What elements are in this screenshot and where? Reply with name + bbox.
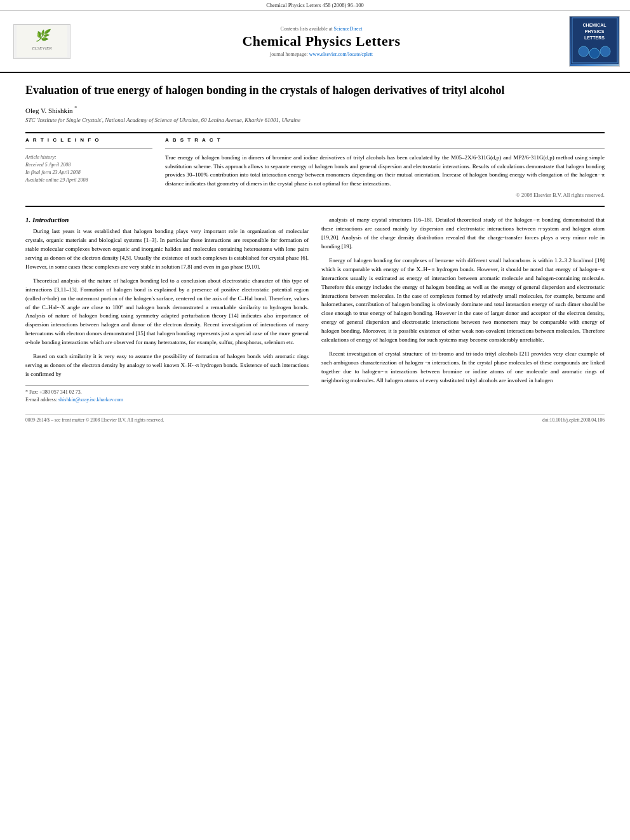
sd-prefix: Contents lists available at	[281, 26, 334, 32]
history-label: Article history:	[25, 154, 152, 161]
journal-thumbnail: CHEMICAL PHYSICS LETTERS	[569, 16, 620, 67]
affiliation: STC 'Institute for Single Crystals', Nat…	[25, 117, 605, 123]
footer-issn: 0009-2614/$ – see front matter © 2008 El…	[25, 417, 164, 423]
journal-title-row: 🌿 ELSEVIER Contents lists available at S…	[0, 11, 630, 72]
right-para3: Recent investigation of crystal structur…	[321, 350, 605, 385]
svg-text:PHYSICS: PHYSICS	[584, 29, 604, 34]
journal-homepage: journal homepage: www.elsevier.com/locat…	[86, 51, 556, 57]
article-info-block: Article history: Received 5 April 2008 I…	[25, 154, 152, 184]
journal-center: Contents lists available at ScienceDirec…	[86, 26, 556, 57]
footnote-email: E-mail address: shishkin@xray.isc.kharko…	[25, 396, 309, 404]
available-date: Available online 29 April 2008	[25, 177, 152, 184]
svg-text:ELSEVIER: ELSEVIER	[31, 46, 52, 51]
author-text: Oleg V. Shishkin	[25, 107, 72, 114]
elsevier-logo: 🌿 ELSEVIER	[10, 24, 74, 59]
elsevier-logo-image: 🌿 ELSEVIER	[13, 24, 70, 59]
email-link[interactable]: shishkin@xray.isc.kharkov.com	[58, 397, 123, 403]
journal-title: Chemical Physics Letters	[86, 33, 556, 50]
final-form-date: In final form 23 April 2008	[25, 169, 152, 177]
hp-prefix: journal homepage:	[270, 51, 309, 57]
header-divider	[25, 132, 605, 133]
received-date: Received 5 April 2008	[25, 161, 152, 169]
article-title: Evaluation of true energy of halogen bon…	[25, 83, 605, 98]
body-divider	[25, 206, 605, 207]
section1-para2: Theoretical analysis of the nature of ha…	[25, 277, 309, 348]
svg-text:LETTERS: LETTERS	[584, 36, 605, 40]
info-section: A R T I C L E I N F O Article history: R…	[25, 137, 605, 198]
sd-link[interactable]: ScienceDirect	[334, 26, 363, 32]
section1-para1: During last years it was established tha…	[25, 227, 309, 272]
author-sup: *	[74, 105, 77, 111]
body-right-col: analysis of many crystal structures [16–…	[321, 216, 605, 404]
hp-link[interactable]: www.elsevier.com/locate/cplett	[309, 51, 373, 57]
svg-point-9	[589, 48, 600, 58]
right-para1: analysis of many crystal structures [16–…	[321, 216, 605, 251]
info-divider	[25, 148, 152, 149]
journal-meta-text: Chemical Physics Letters 458 (2008) 96–1…	[266, 2, 364, 8]
article-info-label: A R T I C L E I N F O	[25, 137, 152, 143]
svg-point-10	[600, 46, 610, 57]
right-para2: Energy of halogen bonding for complexes …	[321, 257, 605, 345]
copyright-line: © 2008 Elsevier B.V. All rights reserved…	[165, 192, 605, 198]
body-columns: 1. Introduction During last years it was…	[25, 216, 605, 404]
abstract-col: A B S T R A C T True energy of halogen b…	[165, 137, 605, 198]
svg-text:CHEMICAL: CHEMICAL	[582, 23, 607, 27]
main-content: Evaluation of true energy of halogen bon…	[0, 73, 630, 436]
section1-heading: 1. Introduction	[25, 216, 309, 223]
abstract-text: True energy of halogen bonding in dimers…	[165, 154, 605, 188]
journal-header: Chemical Physics Letters 458 (2008) 96–1…	[0, 0, 630, 73]
page-footer: 0009-2614/$ – see front matter © 2008 El…	[25, 414, 605, 423]
footer-doi: doi:10.1016/j.cplett.2008.04.106	[542, 417, 605, 423]
abstract-divider	[165, 148, 605, 149]
body-left-col: 1. Introduction During last years it was…	[25, 216, 309, 404]
section1-para3: Based on such similarity it is very easy…	[25, 352, 309, 379]
footnote-fax: * Fax: +380 057 341 02 73.	[25, 389, 309, 396]
article-info-col: A R T I C L E I N F O Article history: R…	[25, 137, 152, 198]
footnotes: * Fax: +380 057 341 02 73. E-mail addres…	[25, 385, 309, 404]
science-direct-line: Contents lists available at ScienceDirec…	[86, 26, 556, 32]
journal-meta-line: Chemical Physics Letters 458 (2008) 96–1…	[0, 0, 630, 11]
abstract-label: A B S T R A C T	[165, 137, 605, 143]
svg-point-8	[579, 46, 589, 57]
author-name: Oleg V. Shishkin *	[25, 105, 605, 114]
